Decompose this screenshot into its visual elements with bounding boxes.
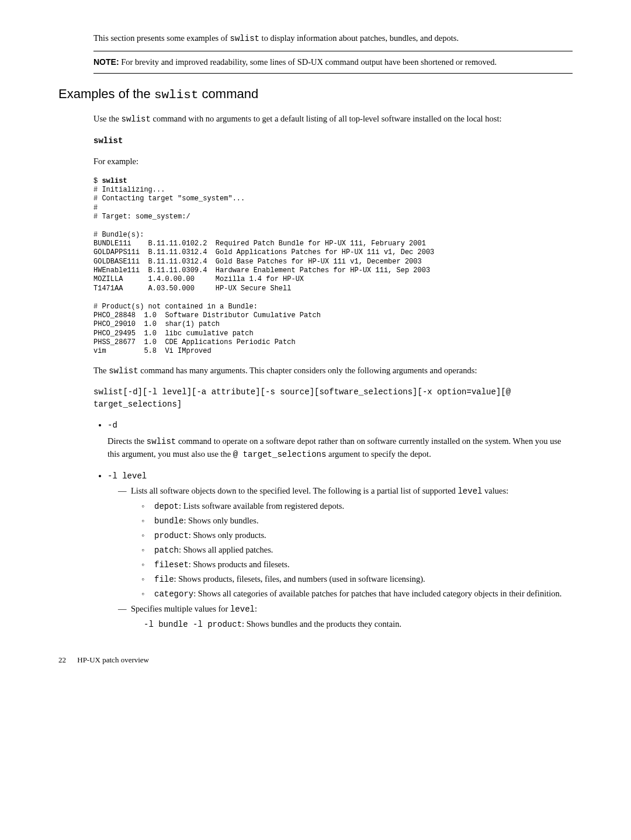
multi-pre: Specifies multiple values for <box>131 604 230 613</box>
args-post: command has many arguments. This chapter… <box>138 366 477 375</box>
multi-example-desc: : Shows bundles and the products they co… <box>242 619 401 629</box>
page-number: 22 <box>58 654 66 666</box>
level-bundle: bundle: Shows only bundles. <box>141 515 573 527</box>
l-intro-code: level <box>457 487 482 496</box>
level-product: product: Shows only products. <box>141 529 573 542</box>
use-post: command with no arguments to get a defau… <box>151 114 502 123</box>
level-desc: : Shows products, filesets, files, and n… <box>174 574 425 584</box>
swlist-inline-2: swlist <box>122 114 151 124</box>
use-pre: Use the <box>93 114 122 123</box>
code-block: $ swlist # Initializing... # Contacting … <box>93 177 573 356</box>
multi-example: -l bundle -l product: Shows bundles and … <box>131 618 573 631</box>
opt-d-at: @ target_selections <box>233 450 327 459</box>
page-footer: 22 HP-UX patch overview <box>58 654 573 666</box>
intro-text-post: to display information about patches, bu… <box>259 33 459 43</box>
heading-code: swlist <box>154 88 199 102</box>
heading-post: command <box>199 86 259 101</box>
option-d-flag: -d <box>108 421 117 430</box>
level-code: bundle <box>154 516 183 526</box>
opt-d-pre: Directs the <box>108 436 147 446</box>
level-code: category <box>154 589 193 599</box>
l-intro-post: values: <box>482 486 508 495</box>
level-code: product <box>154 531 189 540</box>
level-fileset: fileset: Shows products and filesets. <box>141 558 573 571</box>
level-code: patch <box>154 546 179 555</box>
level-values: depot: Lists software available from reg… <box>131 500 573 601</box>
args-paragraph: The swlist command has many arguments. T… <box>93 365 573 377</box>
swlist-inline-3: swlist <box>109 366 138 376</box>
use-paragraph: Use the swlist command with no arguments… <box>93 113 573 126</box>
option-d-desc: Directs the swlist command to operate on… <box>108 435 573 461</box>
option-l-sublist: Lists all software objects down to the s… <box>108 485 573 631</box>
option-l-list-intro: Lists all software objects down to the s… <box>118 485 573 601</box>
level-category: category: Shows all categories of availa… <box>141 588 573 601</box>
intro-paragraph: This section presents some examples of s… <box>93 32 573 45</box>
multi-code: level <box>230 605 255 614</box>
swlist-command: swlist <box>93 134 573 147</box>
level-file: file: Shows products, filesets, files, a… <box>141 573 573 586</box>
note-label: NOTE: <box>93 57 119 67</box>
option-l: -l level Lists all software objects down… <box>108 470 573 631</box>
args-pre: The <box>93 366 109 375</box>
multi-post: : <box>255 604 257 613</box>
multi-example-code: -l bundle -l product <box>144 620 242 629</box>
option-l-multi: Specifies multiple values for level: -l … <box>118 603 573 631</box>
heading-pre: Examples of the <box>58 86 154 101</box>
level-desc: : Shows only products. <box>189 530 266 540</box>
option-l-flag: -l level <box>108 471 147 481</box>
footer-title: HP-UX patch overview <box>77 655 149 664</box>
level-desc: : Shows products and filesets. <box>189 560 290 569</box>
note-text: For brevity and improved readability, so… <box>121 57 497 67</box>
intro-text-pre: This section presents some examples of <box>93 33 230 43</box>
level-desc: : Shows only bundles. <box>183 516 258 525</box>
synopsis: swlist[-d][-l level][-a attribute][-s so… <box>93 386 573 411</box>
level-code: file <box>154 575 174 584</box>
options-list: -d Directs the swlist command to operate… <box>93 419 573 631</box>
opt-d-post: argument to specify the depot. <box>326 449 431 459</box>
level-depot: depot: Lists software available from reg… <box>141 500 573 513</box>
opt-d-cmd: swlist <box>147 437 176 446</box>
note-block: NOTE: For brevity and improved readabili… <box>93 51 573 74</box>
section-heading: Examples of the swlist command <box>58 84 573 105</box>
swlist-inline: swlist <box>230 34 259 43</box>
swlist-bold: swlist <box>93 136 123 145</box>
level-desc: : Lists software available from register… <box>179 501 344 511</box>
level-desc: : Shows all categories of available patc… <box>193 589 561 598</box>
level-code: fileset <box>154 560 189 570</box>
option-d: -d Directs the swlist command to operate… <box>108 419 573 461</box>
level-patch: patch: Shows all applied patches. <box>141 544 573 557</box>
level-code: depot <box>154 502 179 511</box>
l-intro-pre: Lists all software objects down to the s… <box>131 486 457 495</box>
for-example: For example: <box>93 155 573 168</box>
level-desc: : Shows all applied patches. <box>179 545 273 554</box>
